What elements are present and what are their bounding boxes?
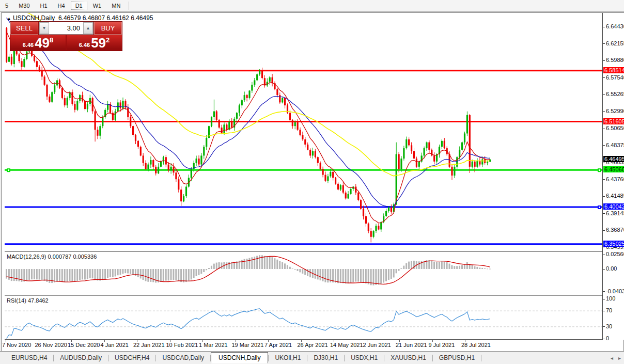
price-tick-mark: [603, 77, 605, 78]
timeframe-button-w1[interactable]: W1: [88, 2, 106, 10]
date-label: 26 Nov 2020: [35, 342, 67, 348]
rsi-tick-label: 70: [606, 307, 612, 313]
buy-price-sup: 2: [106, 36, 110, 44]
sell-price-big: 49: [35, 37, 50, 49]
rsi-label: RSI(14) 47.8462: [7, 297, 49, 304]
price-level-badge: 6.35025: [603, 241, 624, 247]
price-level-badge: 6.45060: [603, 166, 624, 172]
tab-xauusd-h1[interactable]: XAUUSD,H1: [384, 353, 432, 363]
one-click-toggle-icon[interactable]: ▲: [7, 16, 11, 21]
timeframe-button-5[interactable]: 5: [1, 2, 13, 10]
volume-decrease-button[interactable]: ▼: [39, 22, 49, 34]
sell-price-tile[interactable]: 6.46 49 8: [10, 35, 66, 50]
toolbar-separator: [129, 2, 129, 10]
price-tick-label: 6.43760: [606, 176, 624, 182]
sell-price-prefix: 6.46: [23, 42, 34, 48]
price-level-badge: 6.51605: [603, 118, 624, 124]
tab-eurusd-h4[interactable]: EURUSD,H4: [5, 353, 53, 363]
volume-input[interactable]: 3.00: [49, 22, 83, 34]
date-label: 26 Apr 2021: [298, 342, 328, 348]
price-tick-label: 6.55265: [606, 91, 624, 97]
rsi-tick-label: 100: [606, 295, 615, 302]
tab-dj30-h1[interactable]: DJ30,H1: [307, 353, 344, 363]
moving-average-8: [7, 32, 490, 223]
price-tick-mark: [603, 179, 605, 180]
price-tick-label: 6.36870: [606, 227, 624, 233]
timeframe-button-m30[interactable]: M30: [14, 2, 34, 10]
tab-scroll-right-icon[interactable]: ▸: [618, 355, 621, 361]
price-tick-mark: [603, 43, 605, 44]
price-tick-mark: [603, 196, 605, 197]
price-level-badge: 6.40042: [603, 203, 624, 210]
chart-window: ▲USDCNH,Daily 6.46579 6.46807 6.46162 6.…: [1, 12, 624, 352]
tab-usdx-h1[interactable]: USDX,H1: [345, 353, 384, 363]
timeframe-button-mn[interactable]: MN: [107, 2, 125, 10]
date-label: 1 Mar 2021: [199, 342, 228, 348]
date-label: 21 Jun 2021: [396, 342, 427, 348]
macd-tick-mark: [603, 291, 605, 292]
buy-button[interactable]: BUY: [94, 22, 122, 35]
price-tick-label: 6.39145: [606, 210, 624, 216]
price-tick-label: 6.64430: [606, 23, 624, 29]
buy-price-tile[interactable]: 6.46 59 2: [67, 35, 122, 50]
macd-tick-label: -0.04038: [606, 288, 624, 294]
tab-scroll-arrows: ◂▸: [611, 355, 621, 361]
price-tick-label: 6.50650: [606, 125, 624, 131]
timeframe-button-h4[interactable]: H4: [53, 2, 70, 10]
rsi-canvas: [5, 296, 602, 339]
tab-gbpusd-h1[interactable]: GBPUSD,H1: [433, 353, 481, 363]
volume-increase-button[interactable]: ▲: [83, 22, 93, 34]
tab-separator: [481, 355, 481, 361]
macd-tick-label: 0.025609: [606, 251, 624, 257]
date-label: 19 Mar 2021: [232, 342, 264, 348]
price-tick-mark: [603, 27, 605, 27]
timeframe-button-h1[interactable]: H1: [36, 2, 52, 10]
chart-tab-bar: EURUSD,H4AUDUSD,DailyUSDCHF,H4USDCAD,Dai…: [0, 351, 624, 364]
tab-ukoil-h1[interactable]: UKOil,H1: [269, 353, 307, 363]
rsi-tick-label: 30: [606, 323, 612, 329]
price-tick-mark: [603, 163, 605, 163]
price-tick-mark: [603, 60, 605, 61]
tab-usdcnh-daily[interactable]: USDCNH,Daily: [211, 352, 268, 363]
price-tick-mark: [603, 129, 605, 129]
macd-tick-label: 0.00: [606, 265, 617, 272]
ohlc-high: 6.46807: [83, 14, 105, 22]
price-level-badge: 6.58514: [603, 67, 624, 73]
tab-usdchf-h4[interactable]: USDCHF,H4: [108, 353, 155, 363]
one-click-trade-panel: SELL ▼ 3.00 ▲ BUY 6.46 49 8 6.46: [10, 21, 122, 51]
price-tick-mark: [603, 247, 605, 247]
plot-area: ▲USDCNH,Daily 6.46579 6.46807 6.46162 6.…: [5, 13, 602, 351]
rsi-tick-mark: [603, 299, 605, 299]
tab-audusd-daily[interactable]: AUDUSD,Daily: [54, 353, 108, 363]
macd-tick-mark: [603, 269, 605, 270]
rsi-tick-mark: [603, 326, 605, 327]
ohlc-low: 6.46162: [106, 14, 129, 22]
date-label: 2 Jun 2021: [363, 342, 391, 348]
rsi-tick-mark: [603, 339, 605, 339]
mt4-application: 5M30H1H4D1W1MN ▲USDCNH,Daily 6.46579 6.4…: [0, 0, 624, 364]
price-tick-mark: [603, 213, 605, 214]
date-axis: 7 Nov 202026 Nov 202015 Dec 20204 Jan 20…: [5, 340, 602, 351]
tab-usdcad-daily[interactable]: USDCAD,Daily: [156, 353, 210, 363]
price-tick-label: 6.62155: [606, 40, 624, 46]
macd-tick-mark: [603, 255, 605, 255]
sell-price-sup: 8: [50, 36, 53, 44]
buy-price-big: 59: [91, 37, 106, 49]
ohlc-open: 6.46579: [58, 14, 81, 22]
price-tick-label: 6.48375: [606, 142, 624, 148]
date-label: 22 Jan 2021: [133, 342, 165, 348]
volume-stepper: ▼ 3.00 ▲: [39, 22, 93, 35]
price-tick-label: 6.41485: [606, 193, 624, 199]
price-scale[interactable]: 6.644306.621556.598806.575406.552656.529…: [602, 13, 624, 340]
timeframe-button-d1[interactable]: D1: [71, 2, 87, 10]
date-label: 28 Jul 2021: [461, 342, 491, 348]
sell-button[interactable]: SELL: [10, 22, 38, 35]
date-label: 4 Jan 2021: [101, 342, 129, 348]
date-label: 7 Apr 2021: [264, 342, 292, 348]
tab-scroll-left-icon[interactable]: ◂: [611, 355, 613, 361]
date-label: 15 Dec 2020: [68, 342, 100, 348]
buy-price-prefix: 6.46: [79, 42, 90, 48]
date-label: 9 Jul 2021: [429, 342, 455, 348]
price-tick-label: 6.59880: [606, 57, 624, 63]
price-level-badge: 6.46495: [603, 156, 624, 162]
